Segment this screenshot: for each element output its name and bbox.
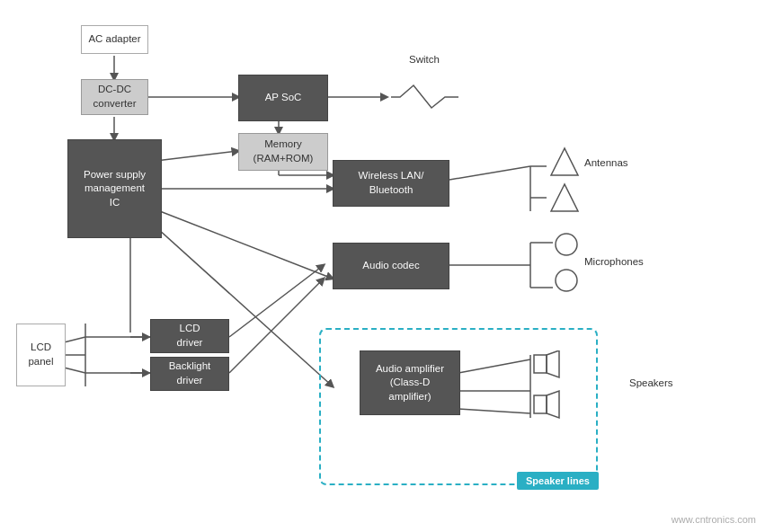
diagram-container: AC adapter DC-DC converter Power supply … xyxy=(0,0,765,532)
speaker-lines-dashed-box xyxy=(319,328,598,485)
wireless-lan-block: Wireless LAN/ Bluetooth xyxy=(333,160,449,207)
audio-codec-block: Audio codec xyxy=(333,243,449,289)
svg-line-31 xyxy=(229,279,324,373)
svg-line-16 xyxy=(449,166,530,180)
ac-adapter-block: AC adapter xyxy=(81,25,148,54)
lcd-driver-block: LCD driver xyxy=(150,319,229,353)
speakers-label: Speakers xyxy=(629,377,673,388)
svg-point-38 xyxy=(556,234,577,255)
speaker-lines-legend: Speaker lines xyxy=(517,472,599,490)
dc-dc-block: DC-DC converter xyxy=(81,79,148,115)
watermark: www.cntronics.com xyxy=(672,514,756,525)
lcd-panel-block: LCD panel xyxy=(16,324,66,386)
microphones-label: Microphones xyxy=(584,256,644,267)
svg-point-39 xyxy=(556,270,577,291)
microphone-icons xyxy=(553,231,580,298)
antennas-label: Antennas xyxy=(584,157,628,168)
svg-line-5 xyxy=(148,151,238,162)
switch-label: Switch xyxy=(409,54,440,65)
backlight-driver-block: Backlight driver xyxy=(150,357,229,391)
memory-block: Memory (RAM+ROM) xyxy=(238,133,328,171)
svg-line-7 xyxy=(148,207,333,279)
svg-line-30 xyxy=(229,265,324,337)
antenna-icons xyxy=(547,144,583,216)
power-supply-block: Power supply management IC xyxy=(67,139,162,238)
ap-soc-block: AP SoC xyxy=(238,75,328,121)
svg-marker-37 xyxy=(551,184,578,211)
svg-marker-36 xyxy=(551,148,578,175)
